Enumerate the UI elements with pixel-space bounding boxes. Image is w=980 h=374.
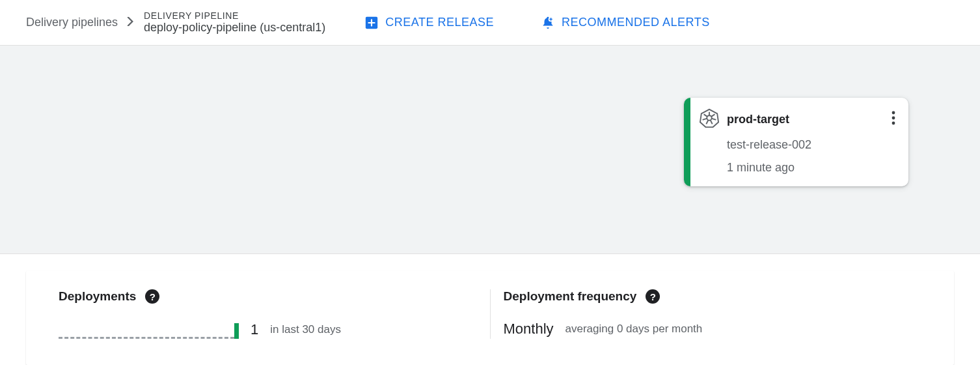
- svg-point-13: [892, 122, 895, 125]
- metric-frequency: Deployment frequency ? Monthly averaging…: [490, 289, 935, 339]
- pipeline-label: DELIVERY PIPELINE: [144, 10, 325, 21]
- pipeline-canvas[interactable]: prod-target test-release-002 1 minute ag…: [0, 46, 980, 254]
- recommended-alerts-label: RECOMMENDED ALERTS: [562, 16, 710, 29]
- metric-deployments: Deployments ? 1 in last 30 days: [46, 289, 490, 339]
- deployments-sparkline: [59, 321, 239, 339]
- svg-line-5: [711, 114, 715, 117]
- metric-frequency-title: Deployment frequency: [504, 289, 637, 304]
- breadcrumb: Delivery pipelines DELIVERY PIPELINE dep…: [26, 10, 325, 35]
- svg-line-9: [703, 119, 707, 120]
- deployments-suffix: in last 30 days: [270, 323, 341, 336]
- create-release-button[interactable]: CREATE RELEASE: [357, 10, 502, 35]
- recommended-alerts-button[interactable]: RECOMMENDED ALERTS: [533, 10, 718, 35]
- svg-point-11: [892, 111, 895, 115]
- svg-line-10: [704, 114, 708, 117]
- breadcrumb-current: DELIVERY PIPELINE deploy-policy-pipeline…: [144, 10, 325, 35]
- top-bar: Delivery pipelines DELIVERY PIPELINE dep…: [0, 0, 980, 46]
- frequency-suffix: averaging 0 days per month: [565, 323, 703, 336]
- target-card[interactable]: prod-target test-release-002 1 minute ag…: [684, 98, 908, 186]
- frequency-value: Monthly: [504, 321, 554, 338]
- kubernetes-icon: [700, 108, 719, 130]
- svg-line-6: [712, 119, 716, 120]
- svg-line-7: [711, 121, 713, 124]
- svg-line-8: [706, 121, 708, 124]
- plus-box-icon: [364, 16, 379, 30]
- help-icon[interactable]: ?: [145, 289, 159, 304]
- svg-point-12: [892, 117, 895, 120]
- metrics-panel: Deployments ? 1 in last 30 days Deployme…: [26, 271, 954, 365]
- more-vert-icon[interactable]: [889, 108, 898, 130]
- target-release: test-release-002: [727, 138, 898, 152]
- breadcrumb-root-link[interactable]: Delivery pipelines: [26, 16, 118, 29]
- deployments-value: 1: [251, 321, 258, 338]
- metric-deployments-title: Deployments: [59, 289, 136, 304]
- create-release-label: CREATE RELEASE: [385, 16, 494, 29]
- target-time: 1 minute ago: [727, 161, 898, 175]
- chevron-right-icon: [127, 17, 135, 29]
- bell-plus-icon: [541, 16, 555, 30]
- help-icon[interactable]: ?: [646, 289, 660, 304]
- pipeline-name: deploy-policy-pipeline (us-central1): [144, 21, 325, 35]
- target-name: prod-target: [727, 113, 881, 126]
